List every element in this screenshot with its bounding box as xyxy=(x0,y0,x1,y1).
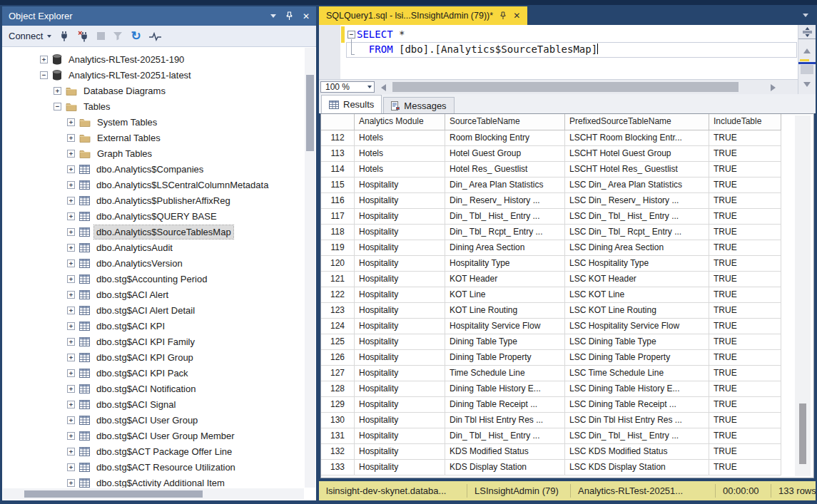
results-grid[interactable]: Analytics ModuleSourceTableNamePrefixedS… xyxy=(320,113,814,478)
grid-cell[interactable]: TRUE xyxy=(709,397,781,413)
tree-item[interactable]: −Analytics-RLTest-20251-latest xyxy=(3,67,304,83)
grid-cell[interactable]: TRUE xyxy=(709,460,781,475)
refresh-icon[interactable]: ↻ xyxy=(131,31,141,41)
grid-row-number[interactable]: 113 xyxy=(321,146,355,162)
grid-cell[interactable]: Room Blocking Entry xyxy=(445,130,565,146)
object-explorer-horizontal-scrollbar[interactable] xyxy=(3,488,304,500)
grid-cell[interactable]: Hospitality xyxy=(355,444,445,460)
grid-cell[interactable]: LSC KOT Header xyxy=(565,272,709,287)
editor-zoom-select[interactable]: 100 % xyxy=(320,81,375,93)
scroll-left-icon[interactable] xyxy=(377,84,386,91)
grid-row-number[interactable]: 127 xyxy=(321,366,355,381)
grid-header-cell[interactable]: PrefixedSourceTableName xyxy=(565,114,709,130)
grid-cell[interactable]: Hospitality xyxy=(355,381,445,397)
connect-object-explorer-icon[interactable] xyxy=(59,31,70,42)
grid-cell[interactable]: LSC Time Schedule Line xyxy=(565,366,709,381)
grid-cell[interactable]: Dining Table Type xyxy=(445,334,565,350)
window-position-icon[interactable] xyxy=(270,14,276,21)
expand-icon[interactable]: + xyxy=(54,87,61,95)
grid-cell[interactable]: LSC Din Tbl Hist Entry Res ... xyxy=(565,413,709,428)
tree-item[interactable]: +Database Diagrams xyxy=(3,83,304,98)
grid-cell[interactable]: Din_ Tbl_ Hist_ Entry ... xyxy=(445,428,565,444)
expand-icon[interactable]: + xyxy=(67,416,75,424)
tab-messages[interactable]: Messages xyxy=(383,97,454,113)
grid-cell[interactable]: KDS Display Station xyxy=(445,460,565,475)
expand-icon[interactable]: + xyxy=(67,244,75,252)
grid-cell[interactable]: LSC Din_ Reserv_ History ... xyxy=(565,193,709,209)
grid-row-number[interactable]: 130 xyxy=(321,413,355,428)
scrollbar-thumb[interactable] xyxy=(799,403,806,464)
scroll-down-icon[interactable] xyxy=(803,82,811,91)
grid-cell[interactable]: TRUE xyxy=(709,225,781,240)
tree-item[interactable]: +dbo.Analytics$LSCentralColumnMetadata xyxy=(3,177,304,192)
grid-cell[interactable]: Hospitality xyxy=(355,319,445,334)
grid-cell[interactable]: LSC Hospitality Type xyxy=(565,256,709,272)
grid-cell[interactable]: TRUE xyxy=(709,287,781,303)
code-area[interactable]: − SELECT * FROM [dbo].[Analytics$SourceT… xyxy=(319,25,798,79)
grid-row-number[interactable]: 125 xyxy=(321,334,355,350)
grid-cell[interactable]: KOT Line xyxy=(445,287,565,303)
grid-row-number[interactable]: 124 xyxy=(321,319,355,334)
tree-item[interactable]: +dbo.Analytics$Companies xyxy=(3,161,304,177)
tree-item[interactable]: +dbo.Analytics$PublisherAffixReg xyxy=(3,192,304,208)
tree-item[interactable]: +dbo.stg$ACI Signal xyxy=(3,396,304,412)
collapse-icon[interactable]: − xyxy=(40,71,48,79)
expand-icon[interactable]: + xyxy=(67,307,75,314)
expand-icon[interactable]: + xyxy=(40,56,48,63)
tree-item[interactable]: +dbo.stg$ACT Package Offer Line xyxy=(3,443,304,459)
disconnect-icon[interactable] xyxy=(78,31,89,42)
tree-item[interactable]: +dbo.stg$ACI KPI Family xyxy=(3,334,304,349)
scroll-right-icon[interactable] xyxy=(771,84,779,91)
grid-cell[interactable]: TRUE xyxy=(709,193,781,209)
grid-cell[interactable]: TRUE xyxy=(709,428,781,444)
tree-item[interactable]: +External Tables xyxy=(3,130,304,145)
grid-cell[interactable]: Hospitality xyxy=(355,397,445,413)
tree-item[interactable]: +dbo.stg$ACI Alert xyxy=(3,287,304,302)
connect-button[interactable]: Connect xyxy=(9,31,51,41)
expand-icon[interactable]: + xyxy=(67,354,75,361)
grid-cell[interactable]: Hotels xyxy=(355,146,445,162)
grid-cell[interactable]: TRUE xyxy=(709,209,781,225)
tree-item[interactable]: +dbo.stg$ACI User Group Member xyxy=(3,428,304,443)
tree-item[interactable]: +dbo.stg$ACI User Group xyxy=(3,412,304,428)
scroll-up-icon[interactable] xyxy=(803,45,811,53)
grid-cell[interactable]: Hospitality Type xyxy=(445,256,565,272)
expand-icon[interactable]: + xyxy=(67,432,75,440)
tree-item[interactable]: +Graph Tables xyxy=(3,145,304,161)
grid-cell[interactable]: LSC KDS Modified Status xyxy=(565,444,709,460)
expand-icon[interactable]: + xyxy=(67,228,75,236)
grid-vertical-scrollbar[interactable] xyxy=(795,115,811,476)
grid-cell[interactable]: Hotels xyxy=(355,130,445,146)
grid-cell[interactable]: Hospitality xyxy=(355,303,445,319)
grid-cell[interactable]: Din_ Reserv_ History ... xyxy=(445,193,565,209)
grid-cell[interactable]: Hotel Guest Group xyxy=(445,146,565,162)
grid-cell[interactable]: Hospitality xyxy=(355,350,445,366)
grid-row-number[interactable]: 114 xyxy=(321,162,355,178)
grid-cell[interactable]: Hospitality Service Flow xyxy=(445,319,565,334)
grid-cell[interactable]: LSC Dining Table Property xyxy=(565,350,709,366)
tree-item[interactable]: +dbo.stg$ACI KPI Group xyxy=(3,349,304,365)
grid-row-number[interactable]: 115 xyxy=(321,178,355,193)
grid-cell[interactable]: TRUE xyxy=(709,256,781,272)
editor-tab[interactable]: SQLQuery1.sql - lsi...SInsightAdmin (79)… xyxy=(319,6,527,25)
expand-icon[interactable]: + xyxy=(67,338,75,346)
tree-item[interactable]: +dbo.AnalyticsAudit xyxy=(3,240,304,255)
grid-cell[interactable]: KOT Header xyxy=(445,272,565,287)
grid-cell[interactable]: TRUE xyxy=(709,162,781,178)
grid-header-cell[interactable] xyxy=(321,114,355,130)
grid-cell[interactable]: Dining Table History E... xyxy=(445,381,565,397)
grid-row-number[interactable]: 119 xyxy=(321,240,355,256)
expand-icon[interactable]: + xyxy=(67,322,75,330)
tree-item[interactable]: +Analytics-RLTest-20251-190 xyxy=(3,51,304,67)
grid-cell[interactable]: Hospitality xyxy=(355,256,445,272)
grid-cell[interactable]: Hospitality xyxy=(355,178,445,193)
grid-row-number[interactable]: 118 xyxy=(321,225,355,240)
grid-header-cell[interactable]: IncludeTable xyxy=(709,114,781,130)
grid-cell[interactable]: Time Schedule Line xyxy=(445,366,565,381)
grid-cell[interactable]: LSC KOT Line Routing xyxy=(565,303,709,319)
grid-cell[interactable]: TRUE xyxy=(709,130,781,146)
grid-cell[interactable]: TRUE xyxy=(709,381,781,397)
collapse-icon[interactable]: − xyxy=(54,103,61,110)
grid-cell[interactable]: TRUE xyxy=(709,240,781,256)
grid-cell[interactable]: LSC Din_ Tbl_ Hist_ Entry ... xyxy=(565,209,709,225)
